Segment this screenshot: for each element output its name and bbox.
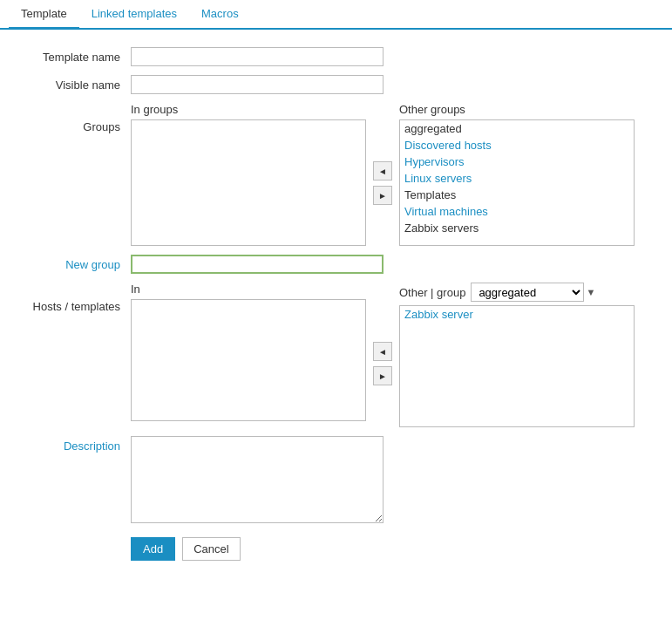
new-group-label: New group <box>17 255 131 271</box>
dropdown-icon: ▼ <box>586 287 595 297</box>
cancel-button[interactable]: Cancel <box>182 537 240 561</box>
template-name-label: Template name <box>17 47 131 64</box>
hosts-move-right-button[interactable]: ► <box>373 366 392 385</box>
tab-macros[interactable]: Macros <box>189 0 251 28</box>
tab-linked-templates[interactable]: Linked templates <box>79 0 189 28</box>
other-groups-listbox[interactable]: aggregatedDiscovered hostsHypervisorsLin… <box>399 119 635 246</box>
other-group-select-label: Other | group <box>399 286 465 299</box>
visible-name-label: Visible name <box>17 75 131 92</box>
in-groups-section: In groups <box>131 103 366 246</box>
move-left-button[interactable]: ◄ <box>373 161 392 181</box>
list-item[interactable]: Hypervisors <box>400 153 634 170</box>
hosts-templates-label: Hosts / templates <box>17 283 131 313</box>
hosts-in-label: In <box>131 283 366 296</box>
template-name-input[interactable] <box>131 47 384 66</box>
hosts-templates-row: Hosts / templates In ◄ ► Other | group a… <box>17 283 655 427</box>
in-groups-label: In groups <box>131 103 366 116</box>
description-textarea[interactable] <box>131 436 384 523</box>
hosts-other-listbox[interactable]: Zabbix server <box>399 305 635 427</box>
hosts-arrows: ◄ ► <box>373 324 392 385</box>
groups-label: Groups <box>17 103 131 133</box>
list-item[interactable]: Linux servers <box>400 170 634 187</box>
other-groups-label: Other groups <box>399 103 635 116</box>
list-item[interactable]: Zabbix server <box>400 306 634 323</box>
hosts-other-section: Other | group aggregatedDiscovered hosts… <box>399 283 635 427</box>
hosts-move-left-button[interactable]: ◄ <box>373 342 392 361</box>
move-right-button[interactable]: ► <box>373 186 392 205</box>
visible-name-row: Visible name <box>17 75 655 94</box>
other-groups-section: Other groups aggregatedDiscovered hostsH… <box>399 103 635 246</box>
template-name-row: Template name <box>17 47 655 66</box>
groups-row: Groups In groups ◄ ► Other groups aggreg… <box>17 103 655 246</box>
other-group-select[interactable]: aggregatedDiscovered hostsHypervisorsLin… <box>471 283 584 302</box>
new-group-input[interactable] <box>131 255 384 274</box>
tab-bar: Template Linked templates Macros <box>0 0 672 30</box>
group-arrows: ◄ ► <box>373 144 392 205</box>
list-item[interactable]: Templates <box>400 187 634 203</box>
in-groups-listbox[interactable] <box>131 119 366 246</box>
form-body: Template name Visible name Groups In gro… <box>0 47 672 578</box>
hosts-section: In ◄ ► Other | group aggregatedDiscovere… <box>131 283 635 427</box>
new-group-row: New group <box>17 255 655 274</box>
list-item[interactable]: Discovered hosts <box>400 137 634 153</box>
hosts-in-section: In <box>131 283 366 421</box>
hosts-in-listbox[interactable] <box>131 299 366 421</box>
groups-container: In groups ◄ ► Other groups aggregatedDis… <box>131 103 635 246</box>
form-buttons: Add Cancel <box>131 537 655 561</box>
add-button[interactable]: Add <box>131 537 175 561</box>
other-group-select-row: Other | group aggregatedDiscovered hosts… <box>399 283 635 302</box>
list-item[interactable]: Zabbix servers <box>400 220 634 236</box>
description-row: Description <box>17 436 655 523</box>
visible-name-input[interactable] <box>131 75 384 94</box>
description-label: Description <box>17 436 131 453</box>
list-item[interactable]: aggregated <box>400 120 634 137</box>
list-item[interactable]: Virtual machines <box>400 203 634 220</box>
tab-template[interactable]: Template <box>9 0 79 30</box>
